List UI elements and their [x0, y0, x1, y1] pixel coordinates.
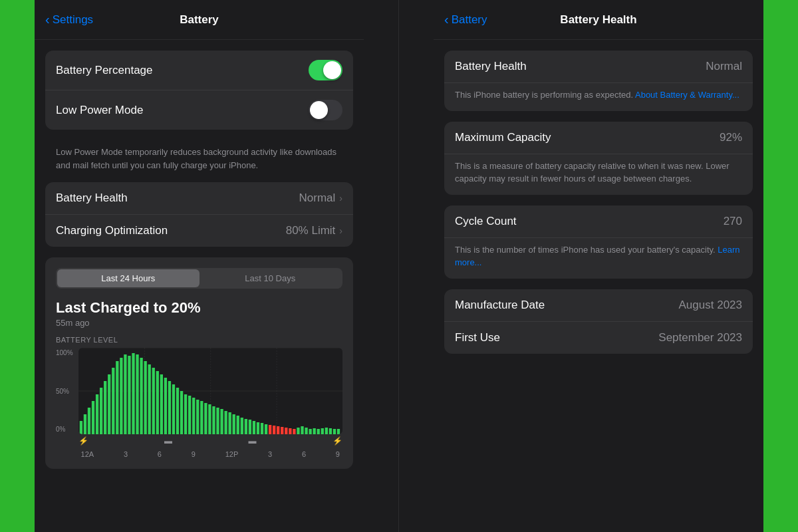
time-label-3: 3: [124, 450, 128, 458]
battery-health-info-label: Battery Health: [455, 60, 527, 73]
svg-rect-50: [256, 422, 259, 434]
battery-health-value: Normal: [299, 192, 336, 205]
tab-last-10-days[interactable]: Last 10 Days: [200, 269, 342, 287]
svg-rect-53: [269, 425, 271, 434]
back-chevron-icon-2: ‹: [444, 12, 449, 27]
chart-time-labels: 12A 3 6 9 12P 3 6 9: [78, 450, 342, 458]
svg-rect-54: [273, 426, 275, 434]
svg-rect-25: [156, 371, 158, 434]
time-label-6: 6: [158, 450, 162, 458]
toggle-knob-2: [310, 101, 328, 119]
first-use-row: First Use September 2023: [444, 322, 753, 354]
svg-rect-55: [277, 426, 279, 434]
battery-chart-section: Last 24 Hours Last 10 Days Last Charged …: [45, 257, 353, 469]
svg-rect-19: [132, 353, 134, 434]
svg-rect-39: [212, 406, 215, 434]
cycle-count-section: Cycle Count 270 This is the number of ti…: [444, 205, 753, 279]
low-power-mode-label: Low Power Mode: [56, 104, 143, 117]
toggle-knob: [323, 61, 341, 79]
first-use-label: First Use: [455, 331, 500, 344]
battery-health-row[interactable]: Battery Health Normal ›: [45, 182, 353, 215]
settings-back-button[interactable]: ‹ Settings: [45, 12, 93, 27]
svg-rect-56: [281, 427, 283, 434]
left-panel: ‹ Settings Battery Battery Percentage Lo…: [0, 0, 399, 532]
svg-rect-33: [188, 396, 191, 434]
manufacture-date-row: Manufacture Date August 2023: [444, 289, 753, 322]
y-label-50: 50%: [56, 388, 73, 395]
svg-rect-60: [297, 428, 299, 434]
time-label-9pm: 9: [336, 450, 340, 458]
battery-health-page-title: Battery Health: [560, 13, 636, 27]
svg-rect-59: [293, 429, 295, 434]
charging-optimization-label: Charging Optimization: [56, 224, 168, 237]
svg-rect-63: [309, 429, 311, 434]
charge-indicator-4: ⚡: [332, 436, 342, 446]
svg-rect-58: [289, 428, 291, 434]
time-label-12a: 12A: [81, 450, 94, 458]
svg-rect-8: [87, 408, 90, 434]
svg-rect-70: [336, 429, 339, 434]
svg-rect-43: [228, 412, 231, 434]
dates-section: Manufacture Date August 2023 First Use S…: [444, 289, 753, 354]
chart-label: BATTERY LEVEL: [56, 336, 342, 344]
battery-health-info-value: Normal: [706, 60, 742, 73]
svg-rect-14: [112, 368, 114, 434]
svg-rect-11: [100, 388, 102, 434]
battery-health-note: This iPhone battery is performing as exp…: [444, 83, 753, 111]
svg-rect-23: [148, 364, 150, 434]
svg-rect-6: [79, 421, 82, 434]
chart-tab-bar: Last 24 Hours Last 10 Days: [56, 268, 342, 289]
svg-rect-36: [200, 401, 203, 434]
battery-back-button[interactable]: ‹ Battery: [444, 12, 487, 27]
left-nav-bar: ‹ Settings Battery: [35, 0, 364, 40]
svg-rect-16: [120, 358, 122, 434]
svg-rect-34: [192, 398, 195, 434]
svg-rect-68: [329, 428, 331, 434]
svg-rect-69: [332, 429, 335, 434]
svg-rect-29: [172, 384, 174, 434]
battery-health-chevron-icon: ›: [339, 193, 342, 203]
charging-optimization-row[interactable]: Charging Optimization 80% Limit ›: [45, 215, 353, 247]
charging-optimization-chevron-icon: ›: [339, 225, 342, 236]
svg-rect-49: [252, 421, 255, 434]
right-nav-bar: ‹ Battery Battery Health: [434, 0, 763, 40]
charge-indicator-1: ⚡: [78, 436, 88, 446]
settings-back-label: Settings: [53, 13, 93, 27]
battery-percentage-label: Battery Percentage: [56, 64, 153, 77]
battery-back-label: Battery: [452, 13, 487, 27]
cycle-count-row: Cycle Count 270: [444, 205, 753, 238]
battery-health-info-row: Battery Health Normal: [444, 51, 753, 83]
manufacture-date-value: August 2023: [679, 299, 742, 312]
svg-rect-41: [220, 409, 223, 434]
battery-health-label: Battery Health: [56, 192, 128, 205]
svg-rect-17: [124, 354, 126, 434]
svg-rect-66: [321, 428, 323, 434]
battery-percentage-toggle[interactable]: [309, 60, 342, 80]
y-label-100: 100%: [56, 349, 73, 356]
battery-percentage-row: Battery Percentage: [45, 51, 353, 90]
svg-rect-26: [160, 374, 162, 434]
time-label-9: 9: [192, 450, 196, 458]
low-power-mode-row: Low Power Mode: [45, 90, 353, 130]
svg-rect-37: [204, 403, 207, 434]
svg-rect-62: [305, 428, 307, 434]
manufacture-date-label: Manufacture Date: [455, 299, 545, 312]
svg-rect-67: [325, 428, 327, 434]
cycle-count-label: Cycle Count: [455, 215, 517, 228]
tab-last-24-hours[interactable]: Last 24 Hours: [57, 269, 200, 287]
svg-rect-38: [208, 404, 211, 434]
svg-rect-31: [180, 391, 182, 434]
maximum-capacity-note: This is a measure of battery capacity re…: [444, 154, 753, 195]
right-content: Battery Health Normal This iPhone batter…: [434, 40, 763, 532]
svg-rect-18: [128, 356, 130, 434]
time-label-12p: 12P: [225, 450, 239, 458]
svg-rect-40: [216, 408, 219, 434]
svg-rect-28: [168, 381, 170, 434]
svg-rect-52: [265, 424, 267, 434]
svg-rect-20: [136, 354, 138, 434]
battery-warranty-link[interactable]: About Battery & Warranty...: [635, 90, 739, 100]
low-power-mode-toggle[interactable]: [309, 100, 342, 120]
svg-rect-30: [176, 388, 178, 434]
maximum-capacity-label: Maximum Capacity: [455, 131, 551, 144]
first-use-value: September 2023: [658, 331, 742, 344]
